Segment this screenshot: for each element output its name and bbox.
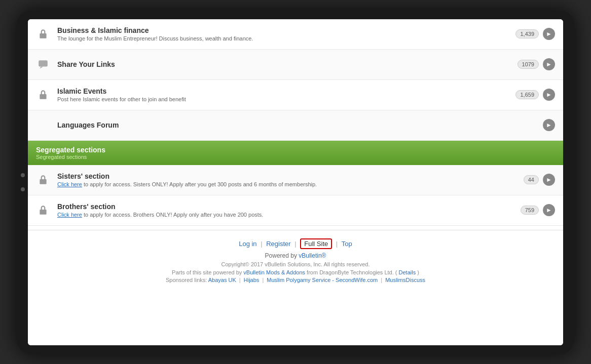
footer-powered: Powered by vBulletin® bbox=[33, 252, 558, 259]
forum-info-sisters: Sisters' section Click here to apply for… bbox=[57, 172, 524, 187]
forum-count-brothers: 759 ► bbox=[521, 204, 555, 216]
forum-info-links: Share Your Links bbox=[57, 60, 518, 68]
arrow-btn-events[interactable]: ► bbox=[543, 89, 555, 101]
count-badge-brothers: 759 bbox=[521, 206, 539, 215]
footer-sponsor-hijabs[interactable]: Hijabs bbox=[244, 277, 260, 283]
footer-sep-2: | bbox=[294, 240, 298, 248]
forum-title-links: Share Your Links bbox=[57, 60, 518, 68]
count-badge-events: 1,659 bbox=[515, 90, 539, 99]
footer-vbulletin-link[interactable]: vBulletin® bbox=[299, 252, 326, 259]
forum-info-languages: Languages Forum bbox=[57, 121, 543, 129]
lock-icon-sisters bbox=[36, 173, 50, 187]
forum-count-links: 1079 ► bbox=[518, 58, 555, 70]
forum-row-events: Islamic Events Post here Islamic events … bbox=[28, 80, 563, 110]
icon-languages bbox=[36, 118, 50, 132]
footer-details-link[interactable]: Details bbox=[399, 269, 416, 275]
tablet-frame: Business & Islamic finance The lounge fo… bbox=[17, 10, 574, 354]
forum-info-events: Islamic Events Post here Islamic events … bbox=[57, 87, 515, 102]
footer-parts-text2: from DragonByte Technologies Ltd. ( bbox=[307, 269, 397, 275]
count-badge-sisters: 44 bbox=[524, 175, 539, 184]
segregated-section-header: Segregated sections Segregated sections bbox=[28, 141, 563, 165]
svg-rect-1 bbox=[39, 60, 48, 66]
tablet-btn-1 bbox=[21, 173, 25, 177]
footer-top[interactable]: Top bbox=[342, 240, 352, 248]
count-badge-links: 1079 bbox=[518, 60, 539, 69]
page-footer: Log in | Register | Full Site | Top Powe… bbox=[28, 230, 563, 289]
footer-nav: Log in | Register | Full Site | Top bbox=[33, 238, 558, 249]
forum-row-business: Business & Islamic finance The lounge fo… bbox=[28, 19, 563, 50]
segregated-title: Segregated sections bbox=[36, 146, 555, 154]
footer-parts-text: Parts of this site powered by bbox=[172, 269, 242, 275]
forum-count-business: 1,439 ► bbox=[515, 28, 555, 40]
svg-rect-3 bbox=[40, 94, 46, 99]
svg-rect-5 bbox=[40, 210, 46, 215]
footer-register[interactable]: Register bbox=[266, 240, 290, 248]
chat-icon-links bbox=[36, 57, 50, 71]
forum-row-links: Share Your Links 1079 ► bbox=[28, 50, 563, 80]
forum-row-languages: Languages Forum ► bbox=[28, 110, 563, 141]
footer-powered-text: Powered by bbox=[265, 252, 297, 259]
footer-full-site[interactable]: Full Site bbox=[300, 238, 332, 249]
segregated-subtitle: Segregated sections bbox=[36, 154, 555, 160]
forum-desc-events: Post here Islamic events for other to jo… bbox=[57, 96, 515, 102]
forum-count-events: 1,659 ► bbox=[515, 89, 555, 101]
footer-sponsor-secondwife[interactable]: Muslim Polygamy Service - SecondWife.com bbox=[267, 277, 378, 283]
footer-parts: Parts of this site powered by vBulletin … bbox=[33, 269, 558, 275]
tablet-buttons bbox=[21, 173, 25, 191]
arrow-btn-links[interactable]: ► bbox=[543, 58, 555, 70]
forum-desc-business: The lounge for the Muslim Entrepreneur! … bbox=[57, 35, 515, 42]
forum-title-business: Business & Islamic finance bbox=[57, 26, 515, 34]
forum-row-sisters: Sisters' section Click here to apply for… bbox=[28, 165, 563, 195]
forum-count-languages: ► bbox=[543, 119, 555, 131]
forum-desc-sisters: Click here to apply for access. Sisters … bbox=[57, 181, 524, 187]
footer-login[interactable]: Log in bbox=[239, 240, 256, 248]
arrow-btn-languages[interactable]: ► bbox=[543, 119, 555, 131]
click-here-brothers[interactable]: Click here bbox=[57, 212, 82, 218]
footer-sep-1: | bbox=[261, 240, 264, 248]
forum-info-brothers: Brothers' section Click here to apply fo… bbox=[57, 203, 521, 218]
forum-info-business: Business & Islamic finance The lounge fo… bbox=[57, 26, 515, 42]
scroll-container[interactable]: Business & Islamic finance The lounge fo… bbox=[28, 19, 563, 345]
forum-count-sisters: 44 ► bbox=[524, 174, 555, 186]
count-badge-business: 1,439 bbox=[515, 29, 539, 38]
arrow-btn-sisters[interactable]: ► bbox=[543, 174, 555, 186]
forum-title-sisters: Sisters' section bbox=[57, 172, 524, 180]
forum-title-brothers: Brothers' section bbox=[57, 203, 521, 211]
forum-row-brothers: Brothers' section Click here to apply fo… bbox=[28, 195, 563, 226]
footer-sponsored: Sponsored links: Abayas UK | Hijabs | Mu… bbox=[33, 277, 558, 283]
footer-sep-3: | bbox=[336, 240, 340, 248]
footer-mods-link[interactable]: vBulletin Mods & Addons bbox=[243, 269, 305, 275]
click-here-sisters[interactable]: Click here bbox=[57, 181, 82, 187]
tablet-screen: Business & Islamic finance The lounge fo… bbox=[28, 19, 563, 345]
forum-desc-brothers: Click here to apply for access. Brothers… bbox=[57, 212, 521, 218]
forum-title-languages: Languages Forum bbox=[57, 121, 543, 129]
footer-sponsor-muslimsdiscuss[interactable]: MuslimsDiscuss bbox=[385, 277, 425, 283]
arrow-btn-business[interactable]: ► bbox=[543, 28, 555, 40]
sisters-access-text: to apply for access. Sisters ONLY! Apply… bbox=[82, 181, 317, 187]
svg-marker-2 bbox=[40, 66, 43, 68]
svg-rect-4 bbox=[40, 179, 46, 184]
svg-rect-0 bbox=[40, 33, 46, 38]
footer-sponsor-abayas[interactable]: Abayas UK bbox=[208, 277, 236, 283]
content-area: Business & Islamic finance The lounge fo… bbox=[28, 19, 563, 345]
lock-icon-brothers bbox=[36, 203, 50, 217]
arrow-btn-brothers[interactable]: ► bbox=[543, 204, 555, 216]
forum-title-events: Islamic Events bbox=[57, 87, 515, 95]
footer-sponsored-text: Sponsored links: bbox=[166, 277, 208, 283]
lock-icon-business bbox=[36, 27, 50, 41]
tablet-btn-2 bbox=[21, 187, 25, 191]
footer-copyright: Copyright© 2017 vBulletin Solutions, Inc… bbox=[33, 261, 558, 267]
brothers-access-text: to apply for access. Brothers ONLY! Appl… bbox=[82, 212, 263, 218]
lock-icon-events bbox=[36, 88, 50, 102]
